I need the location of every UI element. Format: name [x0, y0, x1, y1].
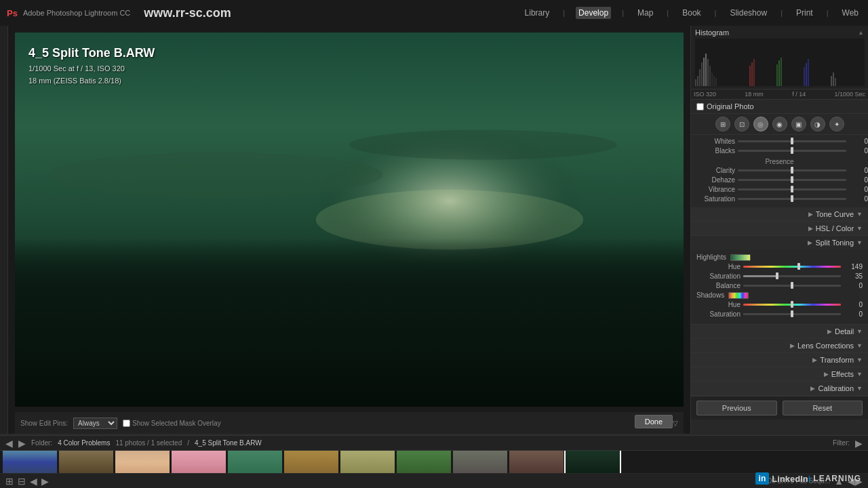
blacks-label: Blacks — [691, 147, 735, 155]
zoom-indicator: ▽ — [673, 420, 678, 427]
filmstrip-left-icon[interactable]: ◀ — [30, 476, 37, 487]
transform-label: Transform — [820, 356, 854, 364]
hsl-header[interactable]: ▶ HSL / Color ▼ — [691, 222, 868, 235]
blacks-slider[interactable] — [738, 150, 846, 152]
histogram-title: Histogram ▲ — [695, 28, 864, 37]
nav-library[interactable]: Library — [522, 7, 553, 19]
highlights-swatch[interactable] — [730, 254, 751, 261]
tool-gradient-icon[interactable]: ▣ — [791, 117, 806, 131]
watermark: www.rr-sc.com — [144, 6, 521, 20]
photo-info: 4_5 Split Tone B.ARW 1/1000 Sec at f / 1… — [28, 46, 155, 87]
thumbnail-1[interactable] — [3, 451, 57, 473]
effects-collapse-icon: ▼ — [856, 371, 863, 378]
split-toning-header[interactable]: ▶ Split Toning ▼ — [691, 236, 868, 249]
histogram-section: Histogram ▲ — [691, 26, 868, 89]
nav-slideshow[interactable]: Slideshow — [727, 7, 770, 19]
reset-button[interactable]: Reset — [783, 401, 863, 415]
histogram-expand-icon[interactable]: ▲ — [858, 29, 864, 36]
highlights-hue-slider[interactable] — [743, 266, 841, 268]
filter-arrow[interactable]: ▶ — [855, 438, 863, 449]
tool-crop-icon[interactable]: ⊡ — [734, 117, 749, 131]
show-edit-pins-select[interactable]: Always Never Selected — [73, 418, 117, 429]
svg-rect-23 — [804, 67, 805, 86]
show-mask-checkbox[interactable] — [123, 420, 130, 427]
svg-rect-8 — [699, 69, 701, 86]
saturation-slider[interactable] — [738, 198, 846, 200]
dehaze-row: Dehaze 0 — [691, 176, 868, 184]
tool-icons-row: ⊞ ⊡ ◎ ◉ ▣ ◑ ✦ — [691, 114, 868, 135]
filmstrip-nav-next[interactable]: ▶ — [18, 438, 26, 449]
clarity-value: 0 — [849, 167, 868, 174]
thumbnail-2[interactable] — [59, 451, 113, 473]
blacks-row: Blacks 0 — [691, 147, 868, 155]
lens-corrections-header[interactable]: ▶ Lens Corrections ▼ — [691, 339, 868, 352]
tool-radial-icon[interactable]: ◑ — [810, 117, 825, 131]
thumbnail-7[interactable] — [340, 451, 395, 473]
shadows-hue-label: Hue — [696, 301, 741, 308]
nav-book[interactable]: Book — [679, 7, 703, 19]
linkedin-logo: in — [755, 472, 770, 485]
tone-curve-header[interactable]: ▶ Tone Curve ▼ — [691, 207, 868, 221]
tool-brush-icon[interactable]: ✦ — [829, 117, 844, 131]
tool-redeye-icon[interactable]: ◉ — [772, 117, 787, 131]
calibration-collapse-icon: ▼ — [856, 385, 863, 392]
thumbnail-10[interactable] — [509, 451, 564, 473]
tool-heal-icon[interactable]: ◎ — [753, 117, 768, 131]
shadows-hue-slider[interactable] — [743, 304, 841, 306]
shadows-sat-slider[interactable] — [743, 313, 841, 315]
current-file: / — [187, 439, 189, 447]
done-button[interactable]: Done — [635, 415, 673, 428]
balance-value: 0 — [844, 282, 863, 289]
folder-name[interactable]: 4 Color Problems — [58, 439, 110, 447]
dehaze-slider[interactable] — [738, 179, 846, 181]
balance-slider[interactable] — [743, 285, 841, 287]
shadows-hue-row: Hue 0 — [696, 301, 863, 308]
thumbnail-6[interactable] — [284, 451, 338, 473]
filmstrip-prev-icon[interactable]: ⊞ — [5, 476, 14, 487]
highlights-sat-slider[interactable] — [743, 275, 841, 277]
calibration-header[interactable]: ▶ Calibration ▼ — [691, 382, 868, 395]
thumbnail-4[interactable] — [172, 451, 226, 473]
svg-point-4 — [48, 152, 382, 197]
highlights-hue-label: Hue — [696, 263, 741, 270]
thumbnail-3[interactable] — [115, 451, 170, 473]
effects-header[interactable]: ▶ Effects ▼ — [691, 367, 868, 381]
hsl-color-section: ▶ HSL / Color ▼ — [691, 222, 868, 236]
nav-develop[interactable]: Develop — [576, 7, 611, 19]
thumbnail-11[interactable] — [566, 451, 620, 473]
original-photo-row: Original Photo — [691, 100, 868, 114]
hsl-label: HSL / Color — [816, 224, 854, 232]
detail-label: Detail — [835, 327, 854, 336]
thumbnail-9[interactable] — [453, 451, 507, 473]
histogram-label: Histogram — [695, 28, 729, 37]
lens-corrections-section: ▶ Lens Corrections ▼ — [691, 339, 868, 353]
thumbnail-5[interactable] — [228, 451, 282, 473]
previous-button[interactable]: Previous — [696, 401, 777, 415]
filmstrip-nav-prev[interactable]: ◀ — [5, 438, 13, 449]
show-mask-label: Show Selected Mask Overlay — [132, 420, 221, 427]
thumbnail-8[interactable] — [397, 451, 451, 473]
tool-histogram-icon[interactable]: ⊞ — [715, 117, 730, 131]
vibrance-slider[interactable] — [738, 188, 846, 190]
split-toning-expand-icon: ▶ — [808, 239, 812, 246]
top-bar: Ps Adobe Photoshop Lightroom CC www.rr-s… — [0, 0, 868, 26]
original-photo-checkbox[interactable] — [696, 103, 704, 110]
nav-print[interactable]: Print — [793, 7, 816, 19]
filmstrip-grid-icon[interactable]: ⊟ — [18, 476, 26, 487]
photo-image — [15, 33, 684, 407]
filmstrip-right-icon[interactable]: ▶ — [41, 476, 49, 487]
clarity-slider[interactable] — [738, 169, 846, 171]
current-filename: 4_5 Split Tone B.ARW — [195, 439, 262, 447]
nav-map[interactable]: Map — [635, 7, 656, 19]
transform-header[interactable]: ▶ Transform ▼ — [691, 353, 868, 367]
nav-web[interactable]: Web — [840, 7, 861, 19]
whites-slider[interactable] — [738, 140, 846, 142]
detail-header[interactable]: ▶ Detail ▼ — [691, 325, 868, 338]
svg-point-5 — [349, 130, 616, 160]
svg-rect-18 — [751, 62, 753, 86]
svg-rect-27 — [833, 73, 834, 86]
shadows-swatch[interactable] — [728, 292, 749, 299]
clarity-row: Clarity 0 — [691, 167, 868, 174]
svg-rect-25 — [808, 59, 809, 86]
svg-rect-12 — [707, 59, 709, 86]
